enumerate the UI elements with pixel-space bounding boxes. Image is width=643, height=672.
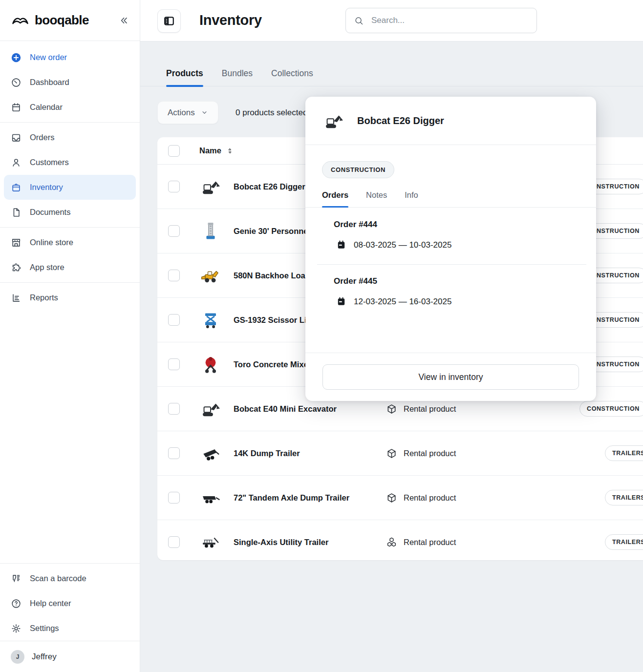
search-icon: [354, 16, 364, 26]
sidebar-divider: [0, 122, 140, 123]
store-icon: [11, 237, 21, 248]
sidebar-nav-primary: New order Dashboard Calendar: [0, 41, 140, 120]
row-checkbox[interactable]: [168, 270, 180, 281]
sidebar-item-label: Inventory: [30, 183, 63, 192]
plus-circle-icon: [11, 52, 21, 63]
search-input[interactable]: [370, 15, 529, 26]
product-thumbnail: [199, 531, 222, 553]
product-thumbnail: [199, 442, 222, 464]
page-title: Inventory: [199, 12, 262, 28]
sidebar-item-label: Calendar: [30, 103, 63, 112]
sidebar-item-reports[interactable]: Reports: [4, 285, 136, 310]
sidebar-item-dashboard[interactable]: Dashboard: [4, 70, 136, 95]
calendar-icon: [11, 102, 21, 113]
row-checkbox[interactable]: [168, 314, 180, 326]
product-thumbnail: [199, 264, 222, 287]
product-image: [322, 110, 345, 131]
sidebar-item-help-center[interactable]: Help center: [4, 591, 136, 616]
popover-orders-list: Order #444 08-03-2025 — 10-03-2025 Order…: [305, 208, 596, 321]
tab-bundles[interactable]: Bundles: [222, 68, 253, 86]
sidebar-item-app-store[interactable]: App store: [4, 255, 136, 280]
sidebar-collapse-button[interactable]: [117, 15, 129, 26]
sidebar-logo-row: booqable: [0, 0, 140, 41]
product-name: GS-1932 Scissor Lift: [234, 315, 312, 325]
sidebar-item-calendar[interactable]: Calendar: [4, 95, 136, 120]
order-dates: 08-03-2025 — 10-03-2025: [336, 240, 596, 250]
brand-wordmark: booqable: [35, 13, 89, 28]
box-icon: [11, 182, 21, 193]
topbar: Inventory: [140, 0, 643, 41]
puzzle-icon: [11, 262, 21, 273]
sidebar-item-online-store[interactable]: Online store: [4, 230, 136, 255]
sidebar-item-label: Online store: [30, 238, 73, 247]
name-column-header[interactable]: Name: [199, 146, 234, 155]
popover-tag-row: CONSTRUCTION: [322, 161, 579, 178]
row-checkbox[interactable]: [168, 447, 180, 459]
tag-badge: TRAILERS: [605, 490, 643, 505]
row-checkbox[interactable]: [168, 181, 180, 192]
sidebar-item-inventory[interactable]: Inventory: [4, 175, 136, 200]
sidebar-item-documents[interactable]: Documents: [4, 200, 136, 225]
selection-count-text: 0 products selected: [236, 101, 307, 124]
cube-icon: [386, 492, 397, 504]
sidebar-item-label: Help center: [30, 599, 71, 608]
row-checkbox[interactable]: [168, 403, 180, 415]
product-name: 72" Tandem Axle Dump Trailer: [234, 493, 349, 503]
row-checkbox[interactable]: [168, 225, 180, 237]
sidebar-item-settings[interactable]: Settings: [4, 616, 136, 641]
calendar-icon: [336, 240, 346, 250]
product-name: Bobcat E40 Mini Excavator: [234, 404, 337, 414]
content-area: ProductsBundlesCollections Actions 0 pro…: [140, 41, 643, 672]
order-dates: 12-03-2025 — 16-03-2025: [336, 296, 596, 307]
popover-tab-orders[interactable]: Orders: [322, 190, 348, 207]
popover-footer: View in inventory: [305, 353, 596, 401]
row-checkbox[interactable]: [168, 536, 180, 548]
sidebar-item-label: Settings: [30, 624, 59, 633]
sidebar: booqable New order Dashboard Calendar Or…: [0, 0, 140, 672]
inventory-tabs: ProductsBundlesCollections: [140, 42, 643, 86]
file-icon: [11, 207, 21, 218]
tab-collections[interactable]: Collections: [271, 68, 313, 86]
popover-tab-notes[interactable]: Notes: [366, 190, 387, 207]
popover-header: Bobcat E26 Digger: [305, 97, 596, 145]
tab-products[interactable]: Products: [166, 68, 203, 86]
sidebar-item-label: Documents: [30, 208, 70, 217]
product-type: Rental product: [386, 537, 456, 548]
calendar-icon: [336, 296, 346, 307]
user-menu[interactable]: J Jeffrey: [0, 641, 140, 672]
sidebar-divider: [0, 282, 140, 283]
panel-icon: [163, 15, 175, 27]
order-item[interactable]: Order #445 12-03-2025 — 16-03-2025: [305, 264, 596, 321]
row-checkbox[interactable]: [168, 358, 180, 370]
sidebar-nav-channels: Online store App store: [0, 230, 140, 280]
row-checkbox[interactable]: [168, 492, 180, 504]
tag-badge: TRAILERS: [605, 534, 643, 550]
sidebar-bottom: Scan a barcode Help center Settings J Je…: [0, 563, 140, 672]
page-icon-button[interactable]: [157, 9, 181, 33]
tag-badge: TRAILERS: [605, 445, 643, 461]
view-in-inventory-button[interactable]: View in inventory: [322, 364, 579, 390]
sidebar-nav-utility: Scan a barcode Help center Settings: [0, 563, 140, 641]
actions-dropdown-button[interactable]: Actions: [157, 101, 218, 124]
sidebar-item-orders[interactable]: Orders: [4, 125, 136, 150]
product-thumbnail: [199, 398, 222, 420]
chevrons-left-icon: [117, 15, 129, 26]
table-row[interactable]: Single-Axis Utility Trailer Rental produ…: [157, 520, 643, 564]
sidebar-item-scan-a-barcode[interactable]: Scan a barcode: [4, 566, 136, 591]
tag-badge: CONSTRUCTION: [322, 161, 394, 178]
table-row[interactable]: 14K Dump Trailer Rental product TRAILERS: [157, 431, 643, 476]
table-row[interactable]: 72" Tandem Axle Dump Trailer Rental prod…: [157, 476, 643, 520]
order-number: Order #445: [334, 276, 596, 286]
search-box[interactable]: [345, 8, 537, 33]
tag-badge: CONSTRUCTION: [579, 401, 643, 417]
select-all-checkbox[interactable]: [168, 145, 180, 157]
order-item[interactable]: Order #444 08-03-2025 — 10-03-2025: [305, 208, 596, 264]
product-name: 14K Dump Trailer: [234, 449, 300, 458]
sidebar-item-new-order[interactable]: New order: [4, 45, 136, 70]
popover-tab-info[interactable]: Info: [405, 190, 418, 207]
sidebar-divider: [0, 227, 140, 228]
reports-icon: [11, 293, 21, 303]
sidebar-item-customers[interactable]: Customers: [4, 150, 136, 175]
sidebar-item-label: Scan a barcode: [30, 574, 86, 583]
product-type: Rental product: [386, 492, 456, 504]
